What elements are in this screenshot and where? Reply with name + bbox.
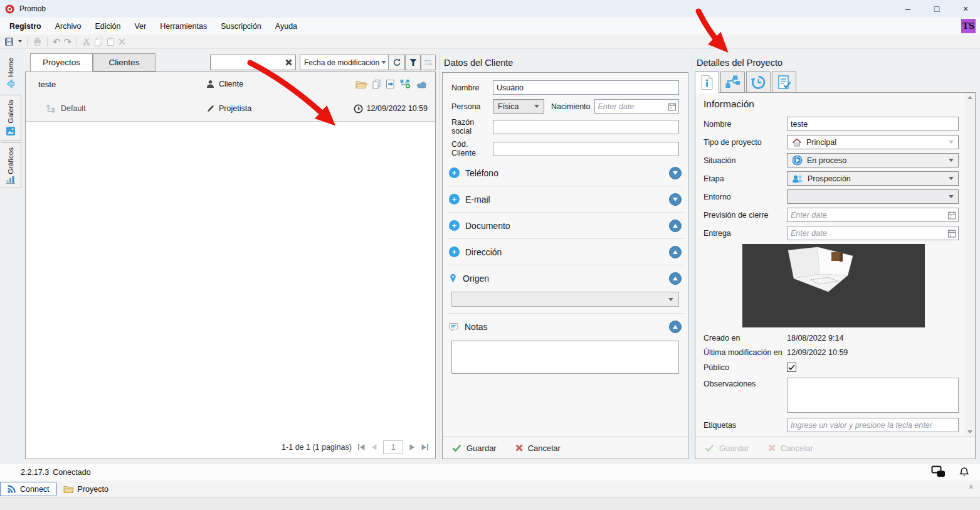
filter-button[interactable] bbox=[405, 55, 421, 70]
expand-origen-button[interactable] bbox=[669, 272, 682, 285]
menu-herramientas[interactable]: Herramientas bbox=[153, 22, 214, 31]
app-version: 2.2.17.3 bbox=[21, 468, 49, 477]
page-input[interactable] bbox=[383, 440, 403, 454]
tab-history[interactable] bbox=[746, 72, 771, 93]
calendar-icon[interactable] bbox=[668, 102, 677, 111]
cod-cliente-input[interactable] bbox=[493, 142, 679, 156]
menu-ver[interactable]: Ver bbox=[127, 22, 153, 31]
maximize-button[interactable]: □ bbox=[922, 0, 951, 18]
user-avatar[interactable]: TS bbox=[961, 19, 976, 33]
toolbar-separator bbox=[27, 37, 28, 46]
tab-checklist[interactable] bbox=[772, 72, 796, 93]
tab-structure[interactable] bbox=[720, 72, 745, 93]
project-row[interactable]: teste Cliente bbox=[26, 72, 435, 96]
calendar-icon[interactable] bbox=[947, 229, 956, 238]
collapse-email-button[interactable] bbox=[669, 193, 682, 206]
origen-select[interactable] bbox=[451, 292, 679, 307]
menu-archivo[interactable]: Archivo bbox=[48, 22, 88, 31]
tab-proyectos[interactable]: Proyectos bbox=[30, 53, 93, 72]
panel-divider bbox=[439, 53, 440, 459]
add-direccion-button[interactable]: + bbox=[449, 247, 460, 257]
expand-documento-button[interactable] bbox=[669, 220, 682, 232]
modificacion-value: 12/09/2022 10:59 bbox=[787, 348, 848, 357]
save-icon[interactable] bbox=[4, 37, 14, 46]
refresh-button[interactable] bbox=[388, 55, 405, 70]
cloud-icon[interactable] bbox=[416, 80, 428, 88]
publico-checkbox[interactable] bbox=[787, 363, 796, 372]
clear-search-icon[interactable] bbox=[285, 58, 293, 66]
persona-select[interactable]: Física bbox=[493, 99, 544, 114]
tab-connect[interactable]: Connect bbox=[0, 482, 56, 496]
menu-registro[interactable]: Registro bbox=[3, 22, 48, 31]
section-origen: Origen bbox=[448, 265, 683, 291]
pagination-summary: 1-1 de 1 (1 paginas) bbox=[282, 443, 352, 452]
section-direccion: + Dirección bbox=[448, 239, 683, 265]
entrega-date-input[interactable] bbox=[787, 226, 959, 240]
client-name-input[interactable] bbox=[493, 80, 679, 95]
duplicate-icon[interactable] bbox=[372, 79, 381, 89]
project-name-input[interactable] bbox=[787, 117, 959, 131]
tab-information[interactable] bbox=[695, 72, 719, 93]
chevron-up-icon bbox=[673, 277, 678, 280]
sidebar-tab-graficos[interactable]: Gráficos bbox=[1, 142, 21, 188]
prevision-date-input[interactable] bbox=[787, 208, 959, 222]
situacion-select[interactable]: En proceso bbox=[787, 153, 959, 167]
undo-icon[interactable]: ↶ bbox=[53, 37, 61, 46]
sidebar-tab-home[interactable]: Home bbox=[1, 53, 21, 93]
tab-proyecto[interactable]: Proyecto bbox=[57, 482, 115, 496]
tab-clientes[interactable]: Clientes bbox=[93, 53, 155, 72]
etapa-select[interactable]: Prospección bbox=[787, 171, 959, 186]
export-icon[interactable] bbox=[386, 79, 395, 89]
sort-combo[interactable]: Fecha de modificación bbox=[300, 55, 391, 70]
notifications-bell-icon[interactable] bbox=[959, 465, 970, 477]
delete-icon bbox=[118, 38, 126, 46]
environment-row[interactable]: Default Projetista 12/09/2022 10:59 bbox=[26, 96, 435, 121]
windows-layout-icon[interactable] bbox=[931, 465, 946, 477]
scroll-up-icon[interactable] bbox=[967, 96, 972, 99]
calendar-icon[interactable] bbox=[947, 211, 956, 220]
section-telefono: + Teléfono bbox=[448, 160, 683, 186]
observaciones-textarea[interactable] bbox=[787, 378, 959, 413]
pagination: 1-1 de 1 (1 paginas) bbox=[282, 440, 429, 454]
entorno-select[interactable] bbox=[787, 189, 959, 204]
connection-status: Conectado bbox=[53, 468, 90, 477]
next-page-icon[interactable] bbox=[409, 444, 415, 451]
notas-textarea[interactable] bbox=[451, 341, 679, 374]
razon-label: Razón social bbox=[451, 118, 493, 135]
project-name: teste bbox=[38, 80, 56, 89]
add-documento-button[interactable]: + bbox=[449, 220, 460, 231]
bottom-filler bbox=[0, 497, 980, 510]
add-email-button[interactable]: + bbox=[449, 194, 460, 205]
last-page-icon[interactable] bbox=[421, 444, 429, 451]
scroll-down-icon[interactable] bbox=[967, 430, 972, 433]
info-document-icon bbox=[700, 75, 714, 90]
details-scrollbar[interactable] bbox=[965, 93, 974, 436]
expand-notas-button[interactable] bbox=[669, 321, 682, 333]
minimize-button[interactable]: – bbox=[893, 0, 922, 18]
open-folder-icon[interactable] bbox=[356, 80, 367, 89]
save-dropdown-caret[interactable] bbox=[18, 40, 22, 43]
close-button[interactable]: × bbox=[951, 0, 980, 18]
add-environment-icon[interactable] bbox=[399, 79, 411, 89]
house-icon bbox=[792, 138, 802, 147]
chevron-down-icon bbox=[949, 195, 954, 198]
menu-suscripcion[interactable]: Suscripción bbox=[214, 22, 268, 31]
expand-direccion-button[interactable] bbox=[669, 246, 682, 258]
close-tab-icon[interactable]: × bbox=[969, 482, 974, 491]
razon-input[interactable] bbox=[493, 120, 679, 134]
menu-edicion[interactable]: Edición bbox=[88, 22, 127, 31]
section-email: + E-mail bbox=[448, 186, 683, 212]
client-cancel-button[interactable]: Cancelar bbox=[515, 444, 561, 453]
clock-icon bbox=[354, 104, 363, 114]
add-telefono-button[interactable]: + bbox=[449, 167, 460, 178]
panel-divider bbox=[692, 53, 692, 459]
collapse-telefono-button[interactable] bbox=[669, 167, 682, 179]
client-save-button[interactable]: Guardar bbox=[452, 444, 497, 453]
sidebar-tab-galeria[interactable]: Galería bbox=[1, 95, 21, 141]
etiquetas-input[interactable] bbox=[787, 418, 959, 432]
search-input[interactable] bbox=[211, 55, 285, 70]
nacimiento-date-input[interactable] bbox=[594, 99, 679, 114]
menu-ayuda[interactable]: Ayuda bbox=[268, 22, 304, 31]
entrega-label: Entrega bbox=[703, 229, 787, 238]
first-page-icon[interactable] bbox=[357, 444, 366, 451]
